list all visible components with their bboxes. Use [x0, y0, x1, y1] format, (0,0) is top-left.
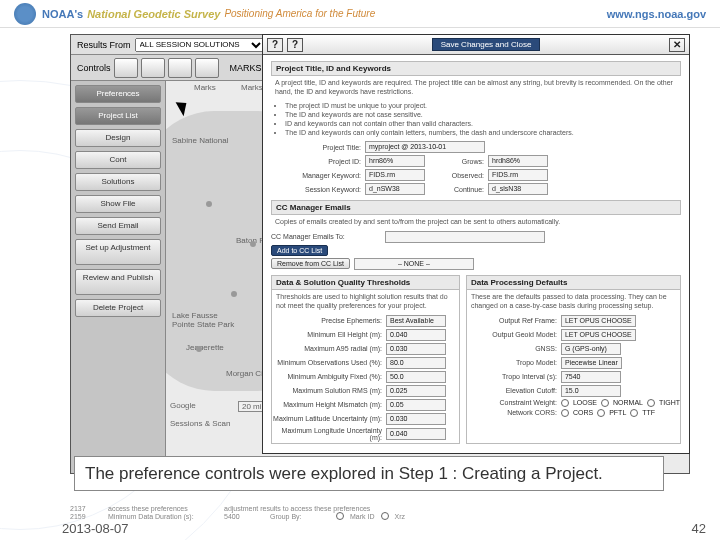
sidebar-item-solutions[interactable]: Solutions	[75, 173, 161, 191]
lat-input[interactable]: 0.030	[386, 413, 446, 425]
lbl: Maximum Height Mismatch (m):	[272, 401, 382, 408]
fwd-arrow-icon[interactable]	[168, 58, 192, 78]
map-label: Morgan Cit	[226, 369, 265, 378]
lbl: CC Manager Emails To:	[271, 233, 381, 240]
cc-email-input[interactable]	[385, 231, 545, 243]
gnss-select[interactable]: G (GPS-only)	[561, 343, 621, 355]
lbl: Minimum Observations Used (%):	[272, 359, 382, 366]
lbl: Elevation Cutoff:	[467, 387, 557, 394]
lbl: Minimum Data Duration (s):	[108, 513, 218, 520]
lbl: Continue:	[429, 186, 484, 193]
bullet: The ID and keywords are not case sensiti…	[285, 110, 679, 119]
proj-title-input[interactable]: myproject @ 2013-10-01	[365, 141, 485, 153]
mgr-kw-input[interactable]: FIDS.rm	[365, 169, 425, 181]
sidebar-item-delete[interactable]: Delete Project	[75, 299, 161, 317]
el-input[interactable]: 15.0	[561, 385, 621, 397]
tool-icon[interactable]	[195, 58, 219, 78]
sidebar-item-setup[interactable]: Set up Adjustment	[75, 239, 161, 265]
grows-input[interactable]: hrdh86%	[488, 155, 548, 167]
results-label: Results From	[77, 40, 131, 50]
hdr-ngs: National Geodetic Survey	[87, 8, 220, 20]
radio[interactable]	[597, 409, 605, 417]
sidebar-item-showfile[interactable]: Show File	[75, 195, 161, 213]
caption-overlay: The preference controls were explored in…	[74, 456, 664, 491]
cont-input[interactable]: d_slsN38	[488, 183, 548, 195]
geoid-select[interactable]: LET OPUS CHOOSE	[561, 329, 636, 341]
lbl: Observed:	[429, 172, 484, 179]
ti-input[interactable]: 7540	[561, 371, 621, 383]
help-icon[interactable]: ?	[267, 38, 283, 52]
map-label: Jeanerette	[186, 343, 224, 352]
sidebar-item-design[interactable]: Design	[75, 129, 161, 147]
sidebar-item-preferences[interactable]: Preferences	[75, 85, 161, 103]
lbl: Precise Ephemeris:	[272, 317, 382, 324]
page-header: NOAA's National Geodetic Survey Position…	[0, 0, 720, 28]
help-icon[interactable]	[114, 58, 138, 78]
hdr-noaa: NOAA's	[42, 8, 83, 20]
defaults-desc: These are the defaults passed to data pr…	[467, 290, 680, 313]
ar-input[interactable]: 0.030	[386, 343, 446, 355]
lbl: Tropo Interval (s):	[467, 373, 557, 380]
section-desc: A project title, ID and keywords are req…	[271, 76, 681, 99]
bottom-strip: 2137 access these preferences adjustment…	[70, 505, 690, 533]
remove-cc-button[interactable]: Remove from CC List	[271, 258, 350, 269]
add-cc-button[interactable]: Add to CC List	[271, 245, 328, 256]
bullet: The project ID must be unique to your pr…	[285, 101, 679, 110]
radio[interactable]	[561, 409, 569, 417]
radio[interactable]	[630, 409, 638, 417]
section-cc: CC Manager Emails	[271, 200, 681, 215]
sess-kw-input[interactable]: d_nSW38	[365, 183, 425, 195]
section-defaults: Data Processing Defaults	[467, 276, 680, 290]
marks-label: MARKS:	[230, 63, 265, 73]
hdr-url: www.ngs.noaa.gov	[607, 8, 706, 20]
rms-input[interactable]: 0.025	[386, 385, 446, 397]
lbl: Network CORS:	[467, 409, 557, 416]
amb-input[interactable]: 50.0	[386, 371, 446, 383]
back-arrow-icon[interactable]	[141, 58, 165, 78]
lon-input[interactable]: 0.040	[386, 428, 446, 440]
mh-input[interactable]: 0.05	[386, 399, 446, 411]
proj-id-input[interactable]: hrn86%	[365, 155, 425, 167]
eh-input[interactable]: 0.040	[386, 329, 446, 341]
sidebar-item-review[interactable]: Review and Publish	[75, 269, 161, 295]
note-a: access these preferences	[108, 505, 218, 512]
row-a: 2137	[70, 505, 102, 512]
lbl: Grows:	[429, 158, 484, 165]
radio[interactable]	[647, 399, 655, 407]
obs-input[interactable]: 80.0	[386, 357, 446, 369]
tropo-select[interactable]: Piecewise Linear	[561, 357, 622, 369]
lbl: Output Ref Frame:	[467, 317, 557, 324]
footer-date: 2013-08-07	[62, 521, 129, 536]
section-thresh: Data & Solution Quality Thresholds	[272, 276, 459, 290]
controls-label: Controls	[77, 63, 111, 73]
close-icon[interactable]: ✕	[669, 38, 685, 52]
frame-select[interactable]: LET OPUS CHOOSE	[561, 315, 636, 327]
lbl: Tropo Model:	[467, 359, 557, 366]
sidebar-item-projectlist[interactable]: Project List	[75, 107, 161, 125]
help2-icon[interactable]: ?	[287, 38, 303, 52]
footer-page: 42	[692, 521, 706, 536]
map-label: Sabine National	[172, 136, 228, 145]
thresholds-col: Data & Solution Quality Thresholds Thres…	[271, 275, 460, 444]
cursor-icon	[179, 99, 193, 119]
hdr-tagline: Positioning America for the Future	[224, 8, 375, 19]
sidebar-item-sendemail[interactable]: Send Email	[75, 217, 161, 235]
results-select[interactable]: ALL SESSION SOLUTIONS	[135, 38, 265, 52]
save-close-button[interactable]: Save Changes and Close	[432, 38, 541, 51]
obs-input[interactable]: FIDS.rm	[488, 169, 548, 181]
lbl: Project Title:	[271, 144, 361, 151]
lbl: Minimum Ell Height (m):	[272, 331, 382, 338]
radio[interactable]	[601, 399, 609, 407]
lbl: Manager Keyword:	[271, 172, 361, 179]
lbl: Maximum Longitude Uncertainty (m):	[272, 427, 382, 441]
thresh-desc: Thresholds are used to highlight solutio…	[272, 290, 459, 313]
sidebar-item-cont[interactable]: Cont	[75, 151, 161, 169]
lbl: Project ID:	[271, 158, 361, 165]
defaults-col: Data Processing Defaults These are the d…	[466, 275, 681, 444]
cc-list[interactable]: – NONE –	[354, 258, 474, 270]
lbl: Maximum Solution RMS (m):	[272, 387, 382, 394]
noaa-logo	[14, 3, 36, 25]
bullet: The ID and keywords can only contain let…	[285, 128, 679, 137]
radio[interactable]	[561, 399, 569, 407]
eph-select[interactable]: Best Available	[386, 315, 446, 327]
